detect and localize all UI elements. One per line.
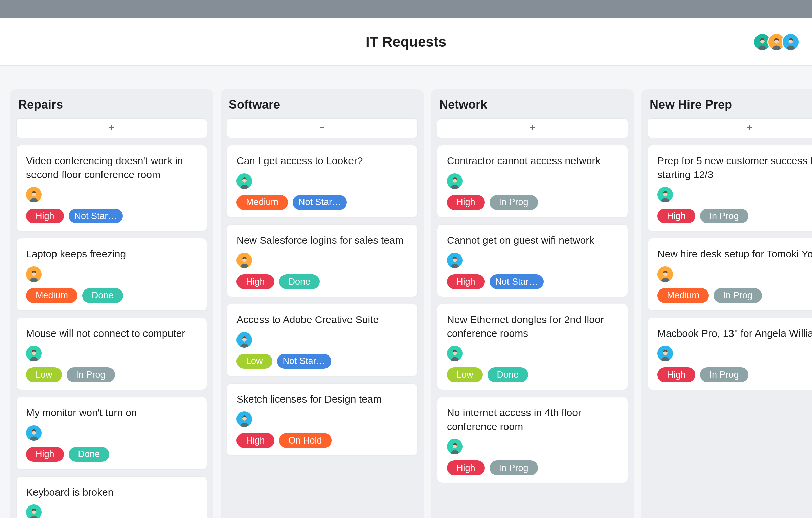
task-card[interactable]: Cannot get on guest wifi networkHighNot … bbox=[437, 224, 628, 297]
tag[interactable]: Medium bbox=[657, 288, 709, 303]
tag[interactable]: High bbox=[26, 447, 64, 462]
board-column: SoftwareCan I get access to Looker?Mediu… bbox=[221, 89, 424, 518]
tag[interactable]: High bbox=[447, 460, 485, 475]
tag[interactable]: High bbox=[26, 209, 64, 223]
column-title: Software bbox=[227, 98, 418, 112]
tag-row: MediumDone bbox=[26, 288, 197, 303]
assignee-avatar bbox=[657, 346, 673, 361]
tag[interactable]: In Prog bbox=[490, 195, 538, 210]
assignee-avatar bbox=[657, 187, 673, 202]
add-card-button[interactable] bbox=[16, 118, 207, 138]
tag[interactable]: Done bbox=[69, 447, 110, 462]
collaborator-avatar[interactable] bbox=[782, 33, 800, 51]
tag[interactable]: In Prog bbox=[700, 209, 748, 223]
task-card[interactable]: Keyboard is broken bbox=[16, 476, 207, 518]
card-title: Sketch licenses for Design team bbox=[236, 392, 408, 406]
task-card[interactable]: Mouse will not connect to computerLowIn … bbox=[16, 318, 207, 390]
card-title: Can I get access to Looker? bbox=[236, 154, 408, 168]
tag-row: HighOn Hold bbox=[236, 433, 408, 448]
task-card[interactable]: No internet access in 4th floor conferen… bbox=[437, 397, 628, 483]
tag[interactable]: Medium bbox=[236, 195, 288, 210]
tag-row: HighIn Prog bbox=[657, 209, 812, 223]
plus-icon bbox=[528, 124, 537, 133]
tag[interactable]: Low bbox=[447, 367, 483, 382]
assignee-avatar bbox=[657, 266, 673, 282]
tag[interactable]: In Prog bbox=[490, 460, 538, 475]
tag-row: HighDone bbox=[26, 447, 197, 462]
add-card-button[interactable] bbox=[648, 118, 812, 138]
page-title: IT Requests bbox=[366, 34, 446, 50]
task-card[interactable]: Laptop keeps freezingMediumDone bbox=[16, 238, 207, 311]
tag-row: HighNot Star… bbox=[447, 274, 618, 289]
tag-row: MediumIn Prog bbox=[657, 288, 812, 303]
card-title: Access to Adobe Creative Suite bbox=[236, 313, 408, 327]
kanban-board: RepairsVideo conferencing doesn't work i… bbox=[0, 66, 812, 518]
tag[interactable]: Done bbox=[279, 274, 320, 289]
task-card[interactable]: New hire desk setup for Tomoki YoshidaMe… bbox=[648, 238, 812, 311]
assignee-avatar bbox=[447, 253, 463, 268]
add-card-button[interactable] bbox=[227, 118, 418, 138]
task-card[interactable]: New Ethernet dongles for 2nd floor confe… bbox=[437, 304, 628, 390]
tag[interactable]: High bbox=[657, 367, 695, 382]
task-card[interactable]: Prep for 5 new customer success hires st… bbox=[648, 145, 812, 231]
tag-row: LowNot Star… bbox=[236, 354, 408, 369]
assignee-avatar bbox=[236, 253, 252, 268]
tag[interactable]: In Prog bbox=[714, 288, 762, 303]
tag[interactable]: High bbox=[447, 195, 485, 210]
task-card[interactable]: Macbook Pro, 13" for Angela WilliamsHigh… bbox=[648, 318, 812, 390]
assignee-avatar bbox=[236, 173, 252, 189]
tag[interactable]: Not Star… bbox=[69, 209, 123, 223]
board-column: New Hire PrepPrep for 5 new customer suc… bbox=[641, 89, 812, 518]
assignee-avatar bbox=[26, 266, 42, 282]
task-card[interactable]: Sketch licenses for Design teamHighOn Ho… bbox=[227, 383, 418, 456]
card-title: Cannot get on guest wifi network bbox=[447, 234, 618, 247]
card-title: Contractor cannot access network bbox=[447, 154, 618, 168]
tag[interactable]: High bbox=[236, 433, 274, 448]
tag-row: HighIn Prog bbox=[447, 460, 618, 475]
task-card[interactable]: New Salesforce logins for sales teamHigh… bbox=[227, 224, 418, 297]
task-card[interactable]: My monitor won't turn onHighDone bbox=[16, 397, 207, 470]
app-top-bar bbox=[0, 0, 812, 18]
tag[interactable]: Not Star… bbox=[277, 354, 331, 369]
tag[interactable]: In Prog bbox=[700, 367, 748, 382]
tag[interactable]: Medium bbox=[26, 288, 77, 303]
assignee-avatar bbox=[447, 173, 463, 189]
column-title: Repairs bbox=[16, 98, 207, 112]
tag-row: HighIn Prog bbox=[657, 367, 812, 382]
plus-icon bbox=[746, 124, 754, 133]
tag[interactable]: High bbox=[447, 274, 485, 289]
tag-row: HighNot Star… bbox=[26, 209, 197, 223]
page-header: IT Requests bbox=[0, 18, 812, 66]
tag[interactable]: Done bbox=[82, 288, 123, 303]
tag[interactable]: Done bbox=[488, 367, 528, 382]
task-card[interactable]: Video conferencing doesn't work in secon… bbox=[16, 145, 207, 231]
tag[interactable]: Low bbox=[26, 367, 62, 382]
card-title: Mouse will not connect to computer bbox=[26, 327, 197, 341]
assignee-avatar bbox=[26, 425, 42, 441]
card-title: Keyboard is broken bbox=[26, 485, 197, 499]
tag[interactable]: High bbox=[236, 274, 274, 289]
tag-row: MediumNot Star… bbox=[236, 195, 408, 210]
card-title: New hire desk setup for Tomoki Yoshida bbox=[657, 247, 812, 261]
tag[interactable]: Not Star… bbox=[490, 274, 544, 289]
card-title: No internet access in 4th floor conferen… bbox=[447, 406, 618, 433]
collaborator-list bbox=[757, 33, 800, 51]
assignee-avatar bbox=[236, 411, 252, 427]
tag[interactable]: High bbox=[657, 209, 695, 223]
task-card[interactable]: Contractor cannot access networkHighIn P… bbox=[437, 145, 628, 218]
tag[interactable]: Not Star… bbox=[293, 195, 347, 210]
card-title: Video conferencing doesn't work in secon… bbox=[26, 154, 197, 181]
task-card[interactable]: Can I get access to Looker?MediumNot Sta… bbox=[227, 145, 418, 218]
assignee-avatar bbox=[26, 346, 42, 361]
add-card-button[interactable] bbox=[437, 118, 628, 138]
task-card[interactable]: Access to Adobe Creative SuiteLowNot Sta… bbox=[227, 304, 418, 376]
tag[interactable]: In Prog bbox=[67, 367, 115, 382]
tag[interactable]: On Hold bbox=[279, 433, 332, 448]
card-title: New Salesforce logins for sales team bbox=[236, 234, 408, 247]
tag-row: LowIn Prog bbox=[26, 367, 197, 382]
card-title: Laptop keeps freezing bbox=[26, 247, 197, 261]
tag-row: HighIn Prog bbox=[447, 195, 618, 210]
assignee-avatar bbox=[26, 187, 42, 202]
column-title: New Hire Prep bbox=[648, 98, 812, 112]
tag[interactable]: Low bbox=[236, 354, 272, 369]
